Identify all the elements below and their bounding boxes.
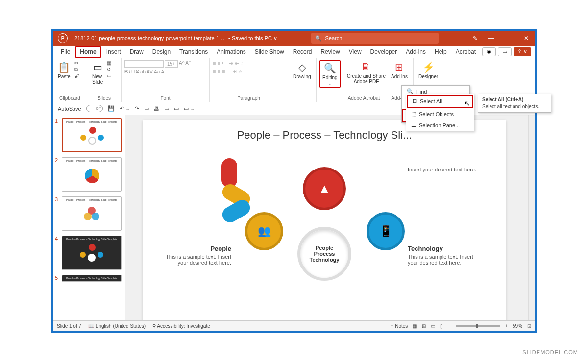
selection-pane-icon: ☰ [411, 122, 416, 128]
zoom-level[interactable]: 59% [513, 323, 522, 329]
thumbnail-1[interactable]: 1 People – Process – Technology Slide Te… [55, 118, 123, 152]
menu-view[interactable]: View [345, 47, 366, 57]
adobe-pdf-button[interactable]: 🗎Create and Share Adobe PDF [345, 60, 388, 85]
menu-file[interactable]: File [57, 47, 74, 57]
menu-animations[interactable]: Animations [213, 47, 249, 57]
menu-insert[interactable]: Insert [102, 47, 125, 57]
label-process: Insert your desired text here. [408, 167, 476, 172]
search-box[interactable]: 🔍 Search [311, 33, 439, 44]
view-normal-icon[interactable]: ▦ [413, 323, 417, 329]
close-button[interactable]: ✕ [517, 31, 535, 46]
view-sorter-icon[interactable]: ⊞ [422, 323, 426, 329]
thumbnail-4[interactable]: 4 People – Process – Technology Slide Te… [55, 236, 123, 270]
menu-design[interactable]: Design [148, 47, 174, 57]
view-reading-icon[interactable]: ▭ [431, 323, 435, 329]
paste-button[interactable]: 📋Paste [56, 60, 73, 80]
select-objects-item[interactable]: ⬚Select Objects [406, 108, 474, 120]
diagram: ▲ 👥 📱 People Process Technology [221, 158, 427, 295]
select-submenu: ⊡Select All ⬚Select Objects ☰Selection P… [406, 94, 474, 131]
select-all-item[interactable]: ⊡Select All [407, 95, 473, 108]
zoom-in-icon[interactable]: + [505, 323, 508, 329]
reset-icon[interactable]: ↺ [107, 67, 111, 72]
copy-icon[interactable]: ⧉ [74, 67, 79, 73]
slide-counter[interactable]: Slide 1 of 7 [57, 323, 81, 329]
node-process[interactable]: ▲ [303, 167, 346, 210]
menu-transitions[interactable]: Transitions [175, 47, 212, 57]
zoom-out-icon[interactable]: − [448, 323, 451, 329]
phone-icon: 📱 [379, 225, 392, 238]
menu-acrobat[interactable]: Acrobat [452, 47, 480, 57]
language-status[interactable]: 📖 English (United States) [88, 323, 146, 329]
zoom-slider[interactable] [456, 325, 500, 327]
designer-button[interactable]: ⚡Designer [416, 60, 440, 80]
pyramid-icon: ▲ [318, 181, 331, 196]
format-painter-icon[interactable]: 🖌 [74, 73, 79, 79]
menu-review[interactable]: Review [317, 47, 343, 57]
qat-icon[interactable]: ▭ [174, 105, 179, 112]
watermark: SLIDEMODEL.COM [522, 349, 578, 355]
app-window: P 21812-01-people-process-technology-pow… [51, 29, 537, 333]
addins-button[interactable]: ⊞Add-ins [389, 60, 410, 80]
thumbnail-3[interactable]: 3 People – Process – Technology Slide Te… [55, 196, 123, 231]
tooltip-body: Select all text and objects. [482, 104, 547, 109]
section-icon[interactable]: ▭ [107, 73, 111, 78]
menu-record[interactable]: Record [289, 47, 316, 57]
minimize-button[interactable]: — [482, 31, 500, 46]
slide-area[interactable]: People – Process – Technology Sli... ▲ 👥… [125, 115, 528, 320]
document-title: 21812-01-people-process-technology-power… [74, 35, 226, 41]
search-icon: 🔍 [315, 35, 322, 42]
accessibility-status[interactable]: ⚲ Accessibility: Investigate [152, 323, 210, 329]
group-clipboard: Clipboard [56, 96, 84, 101]
thumbnail-5[interactable]: 5 People – Process – Technology Slide Te… [55, 275, 123, 282]
view-slideshow-icon[interactable]: ▯ [440, 323, 443, 329]
select-objects-icon: ⬚ [411, 111, 416, 117]
layout-icon[interactable]: ▦ [107, 60, 111, 66]
selection-pane-item[interactable]: ☰Selection Pane... [406, 120, 474, 131]
qat-icon[interactable]: ▭ [164, 105, 169, 112]
search-placeholder: Search [325, 35, 342, 41]
workspace: 1 People – Process – Technology Slide Te… [53, 115, 535, 320]
select-all-icon: ⊡ [413, 98, 417, 104]
maximize-button[interactable]: ☐ [500, 31, 517, 46]
save-icon[interactable]: 💾 [108, 105, 115, 112]
share-button[interactable]: ⇪ ∨ [514, 47, 531, 56]
camera-button[interactable]: ◉ [482, 47, 496, 56]
menu-addins[interactable]: Add-ins [402, 47, 430, 57]
group-paragraph: Paragraph [213, 96, 285, 101]
present-button[interactable]: ▭ [498, 47, 512, 56]
node-center[interactable]: People Process Technology [297, 227, 351, 281]
editing-button[interactable]: 🔍Editing⌄ [319, 60, 341, 88]
notes-button[interactable]: ≡ Notes [391, 323, 408, 329]
menu-slideshow[interactable]: Slide Show [251, 47, 288, 57]
node-technology[interactable]: 📱 [367, 212, 405, 250]
autosave-label: AutoSave [58, 106, 81, 112]
qat-icon[interactable]: ▭ [144, 105, 149, 112]
group-adobe: Adobe Acrobat [345, 96, 383, 101]
new-slide-button[interactable]: ▭New Slide [90, 60, 105, 86]
fit-icon[interactable]: ⊡ [527, 323, 531, 329]
thumbnail-pane[interactable]: 1 People – Process – Technology Slide Te… [53, 115, 125, 320]
slide-canvas[interactable]: People – Process – Technology Sli... ▲ 👥… [143, 120, 506, 321]
cursor-icon: ↖ [465, 99, 470, 107]
tooltip: Select All (Ctrl+A) Select all text and … [478, 94, 551, 113]
qat-icon[interactable]: 🖶 [154, 106, 159, 112]
cut-icon[interactable]: ✂ [74, 60, 79, 66]
menu-help[interactable]: Help [431, 47, 451, 57]
connector [221, 158, 237, 188]
qat-icon[interactable]: ▭ ⌄ [184, 105, 195, 112]
undo-icon[interactable]: ↶ ⌄ [120, 105, 130, 112]
mic-icon[interactable]: ✎ [473, 35, 477, 42]
save-status[interactable]: • Saved to this PC ∨ [228, 35, 277, 42]
redo-icon[interactable]: ↷ [135, 105, 139, 112]
autosave-toggle[interactable]: Off [86, 105, 103, 112]
menu-home[interactable]: Home [75, 46, 101, 58]
menu-draw[interactable]: Draw [126, 47, 147, 57]
thumbnail-2[interactable]: 2 People – Process – Technology Slide Te… [55, 157, 123, 192]
scrollbar[interactable] [528, 115, 535, 320]
node-people[interactable]: 👥 [245, 212, 283, 250]
titlebar: P 21812-01-people-process-technology-pow… [53, 31, 535, 46]
group-slides: Slides [90, 96, 118, 101]
drawing-button[interactable]: ◇Drawing [291, 60, 313, 80]
menu-developer[interactable]: Developer [367, 47, 401, 57]
menu-bar: File Home Insert Draw Design Transitions… [53, 46, 535, 58]
